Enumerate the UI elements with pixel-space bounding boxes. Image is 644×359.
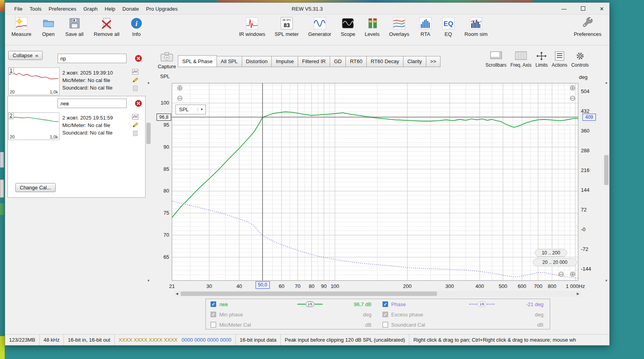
measurement-2-name-input[interactable]	[58, 99, 127, 108]
graph-horizontal-scrollbar[interactable]: ◀ ▶	[174, 291, 581, 297]
tab-filtered-ir[interactable]: Filtered IR	[298, 56, 330, 67]
zoom-out-icon[interactable]: ⊖	[176, 94, 184, 102]
rta-icon	[419, 17, 432, 30]
room-sim-icon	[469, 17, 483, 30]
svg-text:1 000Hz: 1 000Hz	[566, 283, 585, 289]
scroll-down-icon[interactable]: ▼	[603, 278, 609, 284]
scroll-right-icon[interactable]: ▶	[575, 292, 581, 295]
menu-preferences[interactable]: Preferences	[45, 6, 80, 12]
freq-axis-button[interactable]: Freq. Axis	[510, 51, 531, 68]
tab-distortion[interactable]: Distortion	[242, 56, 272, 67]
menu-tools[interactable]: Tools	[26, 6, 45, 12]
measurement-1-name-input[interactable]	[58, 54, 127, 63]
spl-meter-button[interactable]: dB SPL83 SPL meter	[274, 17, 299, 37]
scroll-up-icon[interactable]: ▲	[603, 80, 609, 86]
zoom-in-icon[interactable]: ⊕	[569, 270, 577, 278]
zoom-out-icon[interactable]: ⊖	[557, 270, 565, 278]
change-cal-button[interactable]: Change Cal...	[15, 183, 56, 192]
scrollbar-thumb[interactable]	[146, 123, 151, 144]
excess-phase-checkbox[interactable]	[383, 312, 388, 317]
mic-meter-cal-unit: dB	[342, 322, 378, 328]
maximize-button[interactable]	[580, 6, 586, 12]
notes-page-icon[interactable]	[132, 86, 138, 91]
scope-button[interactable]: Scope	[341, 17, 355, 37]
capture-button[interactable]: Capture	[157, 51, 177, 69]
mini-chart-icon[interactable]	[132, 114, 138, 120]
lev-label: лев	[219, 301, 278, 307]
menu-graph[interactable]: Graph	[80, 6, 101, 12]
tab-gd[interactable]: GD	[330, 56, 346, 67]
generator-button[interactable]: Generator	[308, 17, 331, 37]
open-button[interactable]: Open	[42, 17, 55, 37]
scroll-down-icon[interactable]: ▼	[146, 278, 151, 284]
scroll-left-icon[interactable]: ◀	[174, 292, 180, 295]
svg-text:216: 216	[581, 167, 590, 173]
zoom-out-icon[interactable]: ⊖	[569, 94, 577, 102]
svg-text:60: 60	[279, 283, 284, 289]
scrollbar-thumb[interactable]	[604, 155, 609, 185]
freq-range-20-20000-button[interactable]: 20 .. 20 000	[533, 258, 577, 266]
close-button[interactable]: ✕	[599, 6, 605, 12]
menu-file[interactable]: File	[11, 6, 26, 12]
status-channel-data: XXXX XXXX XXXX XXXX 0000 0000 0000 0000	[115, 335, 236, 345]
status-bar: 123/223MB 48 kHz 16-bit in, 16-bit out X…	[5, 334, 609, 345]
scrollbars-toggle[interactable]: Scrollbars	[485, 51, 506, 68]
measurement-2-delete-button[interactable]	[135, 100, 142, 107]
ir-windows-button[interactable]: IR windows	[239, 17, 265, 37]
menu-help[interactable]: Help	[101, 6, 119, 12]
collapse-panel-button[interactable]: Collapse «	[8, 51, 43, 60]
graph-left-scrollbar[interactable]: ▲ ▼	[146, 80, 151, 284]
zoom-in-icon[interactable]: ⊕	[569, 84, 577, 92]
mic-meter-cal-checkbox[interactable]	[211, 322, 216, 327]
measurement-2-thumbnail[interactable]: 2 20 1,0k	[8, 112, 60, 140]
lev-checkbox[interactable]	[211, 301, 216, 307]
remove-all-button[interactable]: Remove all	[94, 17, 119, 37]
tab-clarity[interactable]: Clarity	[403, 56, 426, 67]
save-all-button[interactable]: Save all	[65, 17, 84, 37]
svg-text:i: i	[135, 20, 137, 28]
overlays-button[interactable]: Overlays	[389, 17, 409, 37]
tab-rt60[interactable]: RT60	[346, 56, 367, 67]
info-button[interactable]: i Info	[130, 17, 143, 37]
status-input-format: 16-bit input data	[236, 335, 281, 345]
scrollbar-thumb[interactable]	[181, 292, 437, 296]
tab-impulse[interactable]: Impulse	[272, 56, 298, 67]
tab-overflow-button[interactable]: >>	[426, 56, 441, 67]
measure-button[interactable]: Measure	[11, 17, 32, 37]
pencil-icon[interactable]	[132, 77, 138, 83]
room-sim-button[interactable]: Room sim	[465, 17, 488, 37]
soundcard-cal-checkbox[interactable]	[383, 322, 388, 327]
levels-button[interactable]: Levels	[365, 17, 380, 37]
lev-smoothing-control[interactable]: 1/6	[297, 301, 323, 307]
measurement-2-details[interactable]: 2 жовт. 2025 19:51:59 Mic/Meter: No cal …	[62, 114, 130, 136]
scroll-up-icon[interactable]: ▲	[146, 80, 151, 86]
pencil-icon[interactable]	[132, 122, 138, 128]
tab-rt60-decay[interactable]: RT60 Decay	[367, 56, 403, 67]
menu-donate[interactable]: Donate	[119, 6, 142, 12]
measurement-1-thumbnail[interactable]: 1 20 1,0k	[8, 67, 60, 95]
notes-page-icon[interactable]	[132, 131, 138, 136]
controls-button[interactable]: Controls	[571, 51, 589, 68]
rta-button[interactable]: RTA	[419, 17, 432, 37]
mini-chart-icon[interactable]	[132, 69, 138, 75]
graph-right-scrollbar[interactable]: ▲ ▼	[603, 80, 609, 284]
tab-spl-phase[interactable]: SPL & Phase	[178, 55, 217, 67]
toolbar-center-group: IR windows dB SPL83 SPL meter Generator …	[239, 17, 487, 37]
minimize-button[interactable]: —	[561, 6, 567, 12]
measurement-1-delete-button[interactable]	[135, 55, 142, 62]
measurement-1-details[interactable]: 2 жовт. 2025 19:39:10 Mic/Meter: No cal …	[62, 69, 130, 92]
window-controls: — ✕	[561, 3, 605, 15]
zoom-in-icon[interactable]: ⊕	[176, 84, 184, 92]
freq-range-10-200-button[interactable]: 10 .. 200	[535, 249, 567, 257]
phase-checkbox[interactable]	[383, 301, 388, 307]
svg-text:65: 65	[164, 254, 169, 260]
preferences-button[interactable]: Preferences	[574, 17, 601, 37]
eq-button[interactable]: EQ EQ	[442, 17, 455, 37]
trace-select-dropdown[interactable]: SPL ▼	[175, 105, 206, 114]
phase-smoothing-control[interactable]: 1/6	[469, 301, 495, 307]
menu-pro-upgrades[interactable]: Pro Upgrades	[142, 6, 181, 12]
limits-button[interactable]: Limits	[536, 51, 548, 68]
actions-button[interactable]: Actions	[552, 51, 567, 68]
tab-all-spl[interactable]: All SPL	[217, 56, 242, 67]
min-phase-checkbox[interactable]	[211, 312, 216, 317]
